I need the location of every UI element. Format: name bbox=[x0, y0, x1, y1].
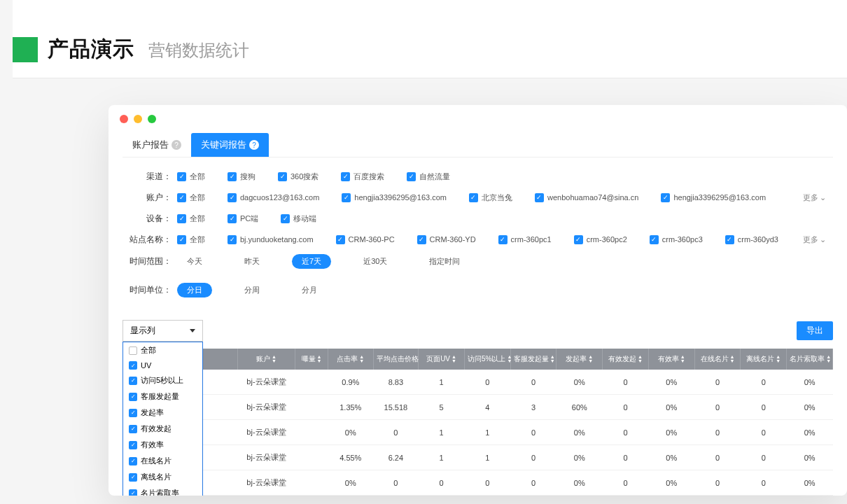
dropdown-item[interactable]: 离线名片 bbox=[123, 469, 202, 485]
chevron-down-icon: ⌄ bbox=[820, 235, 826, 244]
filter-option[interactable]: 北京当兔 bbox=[469, 192, 512, 203]
checkbox-icon bbox=[129, 425, 137, 433]
time-pill[interactable]: 昨天 bbox=[234, 254, 270, 269]
filter-label: 渠道： bbox=[122, 171, 172, 183]
dropdown-item[interactable]: 访问5秒以上 bbox=[123, 372, 202, 388]
table-header-cell[interactable]: 发起率▲▼ bbox=[556, 349, 603, 370]
columns-dropdown-button[interactable]: 显示列 bbox=[122, 320, 203, 342]
filter-option[interactable]: hengjia3396295@163.com bbox=[342, 193, 447, 202]
dropdown-label: 显示列 bbox=[130, 325, 155, 337]
tab-keyword-report[interactable]: 关键词报告 ? bbox=[191, 133, 269, 157]
time-pill[interactable]: 近7天 bbox=[292, 254, 331, 269]
table-header-cell[interactable]: 有效率▲▼ bbox=[648, 349, 694, 370]
caret-down-icon bbox=[190, 329, 195, 332]
maximize-icon[interactable] bbox=[148, 115, 156, 123]
more-link[interactable]: 更多 ⌄ bbox=[803, 192, 826, 203]
header-label: 点击率 bbox=[337, 355, 358, 363]
filter-option[interactable]: 360搜索 bbox=[278, 172, 318, 182]
dropdown-item[interactable]: UV bbox=[123, 358, 202, 372]
filter-option[interactable]: crm-360yd3 bbox=[725, 235, 778, 244]
dropdown-item[interactable]: 有效率 bbox=[123, 437, 202, 453]
checkbox-icon bbox=[661, 193, 670, 202]
close-icon[interactable] bbox=[120, 115, 128, 123]
filter-option[interactable]: 移动端 bbox=[281, 214, 316, 224]
checkbox-icon bbox=[177, 214, 186, 223]
time-pill[interactable]: 指定时间 bbox=[419, 254, 470, 269]
filter-option[interactable]: 全部 bbox=[177, 172, 205, 182]
dropdown-item-label: 在线名片 bbox=[141, 456, 172, 466]
table-cell: 0 bbox=[741, 445, 787, 470]
dropdown-item[interactable]: 全部 bbox=[123, 342, 202, 358]
table-cell: 0 bbox=[694, 420, 741, 445]
export-button[interactable]: 导出 bbox=[797, 321, 833, 340]
filter-option[interactable]: wenbohuamao74@sina.cn bbox=[535, 193, 638, 202]
table-header-cell[interactable]: 曝量▲▼ bbox=[295, 349, 328, 370]
option-label: hengjia3396295@163.com bbox=[673, 193, 766, 202]
table-header-cell[interactable]: 在线名片▲▼ bbox=[694, 349, 741, 370]
table-header-cell[interactable]: 客服发起量▲▼ bbox=[510, 349, 556, 370]
report-tabs: 账户报告 ? 关键词报告 ? bbox=[122, 133, 833, 158]
table-header-cell[interactable]: 账户▲▼ bbox=[237, 349, 295, 370]
table-cell bbox=[295, 370, 328, 395]
table-cell: 0 bbox=[694, 445, 741, 470]
filter-option[interactable]: hengjia3396295@163.com bbox=[661, 193, 766, 202]
filter-option[interactable]: dagcuos123@163.com bbox=[227, 193, 319, 202]
time-pill[interactable]: 近30天 bbox=[354, 254, 397, 269]
filter-option[interactable]: 百度搜索 bbox=[341, 172, 384, 182]
checkbox-icon bbox=[177, 172, 186, 181]
table-cell: 4 bbox=[464, 395, 510, 420]
table-header-cell[interactable]: 访问5%以上▲▼ bbox=[464, 349, 510, 370]
table-cell: 0% bbox=[787, 370, 833, 395]
table-row: bj-云朵课堂0%00000%00%000% bbox=[122, 470, 833, 496]
checkbox-icon bbox=[227, 172, 237, 181]
table-cell: 0 bbox=[603, 395, 649, 420]
filter-option[interactable]: bj.yunduoketang.com bbox=[227, 235, 314, 244]
table-header-cell[interactable]: 名片索取率▲▼ bbox=[787, 349, 833, 370]
time-pill[interactable]: 今天 bbox=[177, 254, 212, 269]
filter-option[interactable]: 全部 bbox=[177, 234, 205, 245]
filter-option[interactable]: 全部 bbox=[177, 192, 205, 203]
option-label: 全部 bbox=[190, 172, 205, 182]
filter-option[interactable]: crm-360pc2 bbox=[574, 235, 627, 244]
help-icon[interactable]: ? bbox=[249, 140, 259, 150]
filter-label: 设备： bbox=[122, 213, 172, 225]
time-pill[interactable]: 分周 bbox=[234, 283, 270, 298]
filter-row-device: 设备： 全部PC端移动端 bbox=[122, 208, 833, 229]
table-header-cell[interactable]: 有效发起▲▼ bbox=[603, 349, 649, 370]
filter-option[interactable]: 自然流量 bbox=[407, 172, 450, 182]
filter-option[interactable]: CRM-360-YD bbox=[417, 235, 476, 244]
dropdown-item[interactable]: 客服发起量 bbox=[123, 388, 202, 405]
dropdown-item[interactable]: 在线名片 bbox=[123, 453, 202, 469]
table-header-cell[interactable]: 平均点击价格(元)▲▼ bbox=[373, 349, 419, 370]
dropdown-item[interactable]: 有效发起 bbox=[123, 421, 202, 437]
filter-option[interactable]: crm-360pc3 bbox=[650, 235, 703, 244]
filter-option[interactable]: PC端 bbox=[227, 214, 258, 224]
sort-icon: ▲▼ bbox=[826, 355, 831, 363]
table-row: bj-云朵课堂0%01100%00%000% bbox=[122, 420, 833, 445]
dropdown-item[interactable]: 名片索取率 bbox=[123, 485, 202, 496]
filter-option[interactable]: crm-360pc1 bbox=[498, 235, 552, 244]
tab-account-report[interactable]: 账户报告 ? bbox=[122, 133, 191, 157]
sort-icon: ▲▼ bbox=[359, 355, 364, 363]
more-link[interactable]: 更多 ⌄ bbox=[803, 234, 826, 245]
filter-option[interactable]: 搜狗 bbox=[227, 172, 255, 182]
header-label: 客服发起量 bbox=[514, 355, 549, 363]
chevron-down-icon: ⌄ bbox=[820, 193, 826, 202]
filter-option[interactable]: CRM-360-PC bbox=[336, 235, 395, 244]
filter-label: 时间单位： bbox=[122, 284, 172, 296]
filter-option[interactable]: 全部 bbox=[177, 214, 205, 224]
minimize-icon[interactable] bbox=[134, 115, 142, 123]
help-icon[interactable]: ? bbox=[172, 140, 181, 150]
time-pill[interactable]: 分日 bbox=[177, 283, 212, 298]
dropdown-item[interactable]: 发起率 bbox=[123, 405, 202, 421]
time-pill[interactable]: 分月 bbox=[292, 283, 327, 298]
filters-panel: 渠道： 全部搜狗360搜索百度搜索自然流量 账户： 全部dagcuos123@1… bbox=[122, 158, 833, 307]
table-row: bj-云朵课堂1.35%15.51854360%00%000% bbox=[122, 395, 833, 420]
table-header-cell[interactable]: 离线名片▲▼ bbox=[741, 349, 787, 370]
table-header-cell[interactable]: 点击率▲▼ bbox=[328, 349, 374, 370]
header-label: 发起率 bbox=[566, 355, 587, 363]
table-header-cell[interactable]: 页面UV▲▼ bbox=[419, 349, 465, 370]
checkbox-icon bbox=[129, 489, 137, 496]
table-cell: 0 bbox=[464, 370, 510, 395]
table-cell: 0 bbox=[510, 420, 556, 445]
